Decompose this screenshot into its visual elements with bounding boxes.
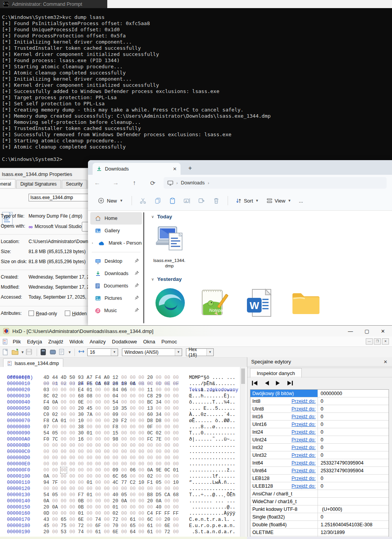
hex-byte[interactable]: 00 bbox=[95, 492, 101, 498]
decoded-text[interactable]: ............Äÿÿÿ bbox=[189, 510, 235, 517]
hex-byte[interactable]: 00 bbox=[121, 529, 127, 535]
hex-byte[interactable]: 00 bbox=[155, 473, 162, 480]
hex-byte[interactable]: 00 bbox=[104, 406, 110, 412]
hex-byte[interactable]: 00 bbox=[95, 393, 101, 399]
hex-byte[interactable]: 44 bbox=[52, 375, 58, 381]
hex-byte[interactable]: 00 bbox=[52, 424, 58, 430]
group-header-today[interactable]: ∨ Today bbox=[151, 214, 172, 220]
decoded-text[interactable]: MDMP“§ô .... ... bbox=[189, 375, 235, 381]
hex-byte[interactable]: 00 bbox=[95, 480, 101, 486]
hex-byte[interactable]: 00 bbox=[43, 443, 49, 449]
hex-byte[interactable]: E4 bbox=[78, 387, 84, 393]
hex-byte[interactable]: 74 bbox=[78, 529, 84, 535]
bytes-per-row-select[interactable]: 16▼ bbox=[87, 348, 118, 356]
hex-byte[interactable]: 00 bbox=[95, 455, 101, 461]
previous-icon[interactable] bbox=[264, 380, 269, 386]
properties-tab-security[interactable]: Security bbox=[62, 180, 87, 189]
hex-byte[interactable]: 00 bbox=[147, 504, 153, 510]
hex-byte[interactable]: 00 bbox=[95, 399, 101, 406]
hex-byte[interactable]: 00 bbox=[69, 424, 75, 430]
hex-byte[interactable]: 00 bbox=[52, 486, 58, 492]
inspector-value[interactable]: 0 bbox=[318, 421, 389, 428]
inspector-row-ansichar-char8-t[interactable]: AnsiChar / char8_t bbox=[250, 490, 389, 498]
hex-byte[interactable]: 7A bbox=[86, 412, 93, 418]
hex-byte[interactable]: 6C bbox=[147, 517, 153, 523]
hex-byte[interactable]: 10 bbox=[78, 418, 84, 424]
hex-byte[interactable]: 00 bbox=[138, 529, 144, 535]
goto-link[interactable]: Przejdź do: bbox=[291, 414, 316, 419]
decoded-text[interactable]: ............@.. bbox=[189, 504, 235, 510]
hex-byte[interactable]: 00 bbox=[155, 406, 162, 412]
hex-byte[interactable]: 00 bbox=[164, 418, 170, 424]
hex-byte[interactable]: 00 bbox=[95, 486, 101, 492]
yesterday-item-notepadpp[interactable]: Notepad bbox=[193, 286, 235, 319]
decoded-text[interactable]: .S.t.a.n.d.a.r. bbox=[189, 529, 235, 535]
new-button[interactable]: New ▼ bbox=[94, 195, 127, 206]
hex-byte[interactable]: 00 bbox=[104, 492, 110, 498]
hex-byte[interactable]: F2 bbox=[121, 418, 127, 424]
hex-byte[interactable]: C2 bbox=[130, 480, 136, 486]
decoded-text[interactable]: ð|......˜...ü~.. bbox=[189, 436, 235, 443]
hex-byte[interactable]: 00 bbox=[61, 424, 67, 430]
hex-byte[interactable]: 00 bbox=[147, 461, 153, 467]
maximize-icon[interactable]: ▢ bbox=[365, 328, 369, 334]
hex-byte[interactable]: 00 bbox=[78, 449, 84, 455]
inspector-row-dw-jkowy-8-bit-w-[interactable]: Dwójkowy (8 bitów)00000000 bbox=[250, 390, 389, 397]
hex-byte[interactable]: 00 bbox=[104, 523, 110, 529]
sidebar-item-marek-persona[interactable]: ›Marek - Persona bbox=[90, 237, 142, 249]
hex-byte[interactable]: 00 bbox=[164, 381, 170, 387]
decoded-text[interactable]: .... E...5...... bbox=[189, 406, 235, 412]
hex-byte[interactable]: 00 bbox=[155, 375, 162, 381]
inspector-row-int24[interactable]: Int24Przejdź do:0 bbox=[250, 428, 389, 436]
hex-byte[interactable]: 05 bbox=[155, 480, 162, 486]
hex-byte[interactable]: 53 bbox=[61, 529, 67, 535]
yesterday-item-folder[interactable] bbox=[285, 286, 327, 319]
hex-byte[interactable]: 00 bbox=[61, 461, 67, 467]
hex-byte[interactable]: B8 bbox=[147, 492, 153, 498]
hex-byte[interactable]: 0A bbox=[52, 504, 58, 510]
hex-editor[interactable]: Offset(h) 000102030405060708090A0B0C0D0E… bbox=[0, 367, 247, 537]
inspector-row-int8[interactable]: Int8Przejdź do:0 bbox=[250, 397, 389, 405]
hex-byte[interactable]: 6E bbox=[78, 517, 84, 523]
hex-byte[interactable]: 00 bbox=[138, 393, 144, 399]
hex-byte[interactable]: 00 bbox=[164, 473, 170, 480]
hex-byte[interactable]: 84 bbox=[112, 387, 118, 393]
hex-byte[interactable]: 13 bbox=[147, 406, 153, 412]
hex-byte[interactable]: 00 bbox=[78, 480, 84, 486]
inspector-value[interactable]: 2533274790395904 bbox=[318, 459, 389, 466]
hex-byte[interactable]: 38 bbox=[78, 424, 84, 430]
hex-byte[interactable]: 00 bbox=[43, 455, 49, 461]
hex-byte[interactable]: F7 bbox=[78, 492, 84, 498]
menu-widok[interactable]: Widok bbox=[66, 339, 86, 345]
hex-byte[interactable]: 00 bbox=[138, 430, 144, 436]
minimize-icon[interactable]: — bbox=[348, 328, 353, 334]
save-icon[interactable] bbox=[26, 349, 34, 356]
hex-byte[interactable]: 93 bbox=[78, 375, 84, 381]
hex-byte[interactable]: 00 bbox=[130, 418, 136, 424]
refresh-icon[interactable]: ⟳ bbox=[144, 179, 162, 187]
mdi-restore-icon[interactable]: ❐ bbox=[374, 338, 381, 345]
menu-edycja[interactable]: Edycja bbox=[24, 339, 45, 345]
cut-button[interactable] bbox=[137, 194, 150, 207]
rename-button[interactable]: A bbox=[181, 194, 194, 207]
menu-analizy[interactable]: Analizy bbox=[86, 339, 109, 345]
base-select[interactable]: Hex (16)▼ bbox=[186, 348, 214, 356]
menu-znajdź[interactable]: Znajdź bbox=[45, 339, 66, 345]
decoded-text[interactable]: ........lf...... bbox=[189, 473, 235, 480]
menu-okna[interactable]: Okna bbox=[140, 339, 158, 345]
hex-byte[interactable]: 72 bbox=[164, 529, 170, 535]
hex-byte[interactable]: F8 bbox=[43, 418, 49, 424]
hex-byte[interactable]: FF bbox=[155, 510, 162, 517]
hex-byte[interactable]: 00 bbox=[61, 430, 67, 436]
hex-byte[interactable]: 15 bbox=[112, 430, 118, 436]
hex-byte[interactable]: 00 bbox=[138, 424, 144, 430]
inspector-value[interactable]: 00000000 bbox=[318, 390, 389, 397]
hex-byte[interactable]: 06 bbox=[121, 387, 127, 393]
hex-byte[interactable]: 4D bbox=[61, 375, 67, 381]
hex-byte[interactable]: 00 bbox=[69, 492, 75, 498]
hex-byte[interactable]: 4C bbox=[112, 480, 118, 486]
hex-byte[interactable]: 00 bbox=[138, 455, 144, 461]
hex-byte[interactable]: 00 bbox=[138, 510, 144, 517]
hex-byte[interactable]: 20 bbox=[147, 498, 153, 504]
hex-byte[interactable]: 0A bbox=[52, 399, 58, 406]
